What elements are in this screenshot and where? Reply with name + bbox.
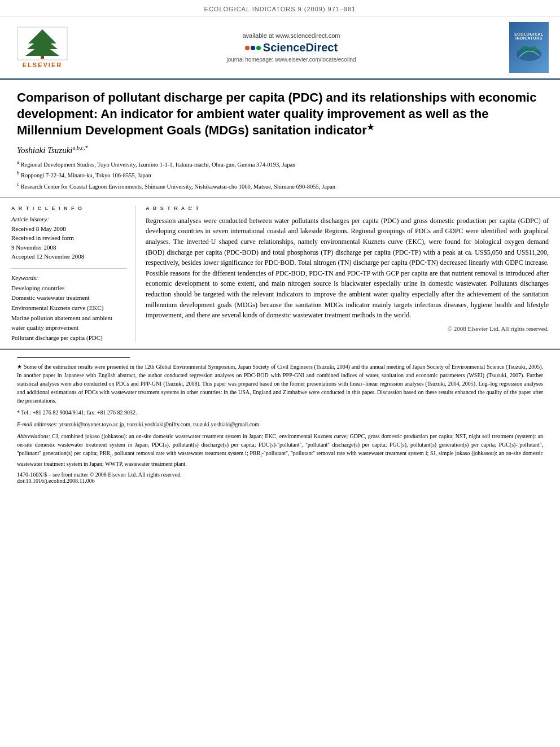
author-name: Yoshiaki Tsuzukia,b,c,* <box>17 145 543 155</box>
page: ECOLOGICAL INDICATORS 9 (2009) 971–981 E… <box>0 0 560 747</box>
elsevier-tree-icon <box>17 27 68 60</box>
eco-cover-title: ECOLOGICALINDICATORS <box>514 32 544 40</box>
affiliation-c: c Research Center for Coastal Lagoon Env… <box>17 181 543 191</box>
two-column-section: A R T I C L E I N F O Article history: R… <box>0 198 560 350</box>
abbreviations-text: CJ, combined jokaso (johkasou): an on-si… <box>17 433 543 466</box>
banner-center: available at www.sciencedirect.com Scien… <box>73 32 509 63</box>
abstract-label: A B S T R A C T <box>146 206 549 211</box>
svg-marker-3 <box>25 43 59 56</box>
revised-date: 9 November 2008 <box>11 243 127 252</box>
footnote-section: ★ Some of the estimation results were pr… <box>0 349 560 495</box>
doi-text: doi: <box>17 478 26 484</box>
accepted-date: Accepted 12 November 2008 <box>11 252 127 261</box>
article-info-label: A R T I C L E I N F O <box>11 206 127 211</box>
tel-footnote: * Tel.: +81 276 82 9004/9141; fax: +81 2… <box>17 408 543 417</box>
keyword-1: Developing countries <box>11 283 127 294</box>
article-star: ★ <box>367 123 374 132</box>
keyword-5: Pollutant discharge per capita (PDC) <box>11 333 127 343</box>
doi-line: doi:10.1016/j.ecolind.2008.11.006 <box>17 478 543 484</box>
tel-note-text: * Tel.: +81 276 82 9004/9141; fax: +81 2… <box>17 409 137 416</box>
elsevier-logo: ELSEVIER <box>11 27 73 68</box>
article-history: Article history: Received 8 May 2008 Rec… <box>11 216 127 261</box>
article-title-text: Comparison of pollutant discharge per ca… <box>17 90 536 138</box>
aff-a-sup: a <box>17 159 19 165</box>
author-sup: a,b,c,* <box>73 145 88 151</box>
keyword-4: Marine pollution abatement and ambient w… <box>11 313 127 333</box>
divider <box>11 268 127 269</box>
keywords-list: Developing countries Domestic wastewater… <box>11 283 127 343</box>
abstract-column: A B S T R A C T Regression analyses were… <box>146 206 549 343</box>
aff-c-sup: c <box>17 181 19 187</box>
aff-b-text: Roppongi 7-22-34, Minato-ku, Tokyo 106-8… <box>21 172 151 178</box>
revised-label: Received in revised form <box>11 233 127 243</box>
email-footnote: E-mail addresses: ytsuzuki@toyonet.toyo.… <box>17 420 543 429</box>
available-text: available at www.sciencedirect.com <box>73 32 509 39</box>
sd-dots <box>245 46 261 50</box>
aff-b-sup: b <box>17 170 19 176</box>
sd-dot-green <box>256 46 261 50</box>
journal-homepage: journal homepage: www.elsevier.com/locat… <box>73 56 509 63</box>
star-footnote-text: ★ Some of the estimation results were pr… <box>17 364 543 404</box>
sd-dot-orange <box>245 46 250 50</box>
journal-header: ECOLOGICAL INDICATORS 9 (2009) 971–981 <box>0 0 560 16</box>
affiliation-a: a Regional Development Studies, Toyo Uni… <box>17 159 543 169</box>
footnote-divider <box>17 357 130 358</box>
email-addresses: ytsuzuki@toyonet.toyo.ac.jp, tsuzuki.yos… <box>59 421 261 427</box>
top-banner: ELSEVIER available at www.sciencedirect.… <box>0 16 560 80</box>
article-title-section: Comparison of pollutant discharge per ca… <box>0 80 560 198</box>
affiliation-b: b Roppongi 7-22-34, Minato-ku, Tokyo 106… <box>17 169 543 180</box>
keyword-2: Domestic wastewater treatment <box>11 293 127 303</box>
eco-indicators-cover: ECOLOGICALINDICATORS <box>509 22 549 73</box>
svg-point-6 <box>520 46 530 55</box>
aff-c-text: Research Center for Coastal Lagoon Envir… <box>21 183 335 189</box>
article-title: Comparison of pollutant discharge per ca… <box>17 90 543 139</box>
sciencedirect-logo: ScienceDirect <box>73 41 509 54</box>
article-info-column: A R T I C L E I N F O Article history: R… <box>11 206 135 343</box>
author-name-text: Yoshiaki Tsuzuki <box>17 146 73 155</box>
issn-line: 1470-160X/$ – see front matter © 2008 El… <box>17 471 543 478</box>
doi-value: 10.1016/j.ecolind.2008.11.006 <box>26 478 95 484</box>
sciencedirect-label: ScienceDirect <box>263 41 338 54</box>
abbreviations-footnote: Abbreviations: CJ, combined jokaso (johk… <box>17 432 543 468</box>
elsevier-text: ELSEVIER <box>23 62 62 68</box>
abstract-text: Regression analyses were conducted betwe… <box>146 216 549 321</box>
journal-header-text: ECOLOGICAL INDICATORS 9 (2009) 971–981 <box>204 6 356 12</box>
keywords-label: Keywords: <box>11 274 127 281</box>
keyword-3: Environmental Kuznets curve (EKC) <box>11 303 127 313</box>
eco-cover-image <box>514 40 545 63</box>
aff-a-text: Regional Development Studies, Toyo Unive… <box>21 161 296 168</box>
abbreviations-label: Abbreviations: <box>17 433 50 439</box>
sd-dot-blue <box>251 46 255 50</box>
received-date: Received 8 May 2008 <box>11 224 127 234</box>
star-footnote: ★ Some of the estimation results were pr… <box>17 362 543 405</box>
history-label: Article history: <box>11 216 127 222</box>
affiliations: a Regional Development Studies, Toyo Uni… <box>17 159 543 191</box>
email-label: E-mail addresses: <box>17 421 58 427</box>
copyright-line: © 2008 Elsevier Ltd. All rights reserved… <box>146 325 549 332</box>
